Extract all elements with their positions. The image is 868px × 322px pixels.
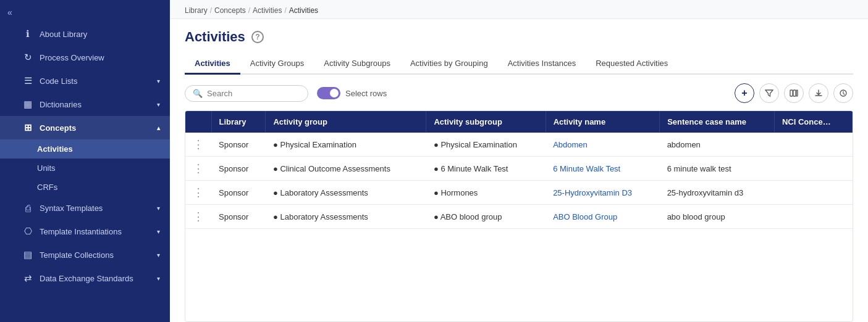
tab-requested-activities[interactable]: Requested Activities: [586, 54, 678, 75]
instantiation-icon: ⎔: [22, 226, 33, 237]
cell-activity-name[interactable]: Abdomen: [546, 133, 660, 157]
breadcrumb-sep-2: /: [248, 6, 250, 15]
cell-activity-subgroup: ● Hormones: [426, 181, 546, 205]
breadcrumb-library[interactable]: Library: [185, 6, 208, 15]
cell-nci: [774, 205, 852, 229]
sidebar-item-dictionaries[interactable]: ▦ Dictionaries ▾: [0, 93, 170, 116]
sidebar-item-data-exchange-standards[interactable]: ⇄ Data Exchange Standards ▾: [0, 266, 170, 290]
main-content: Library / Concepts / Activities / Activi…: [170, 0, 868, 322]
tabs-bar: Activities Activity Groups Activity Subg…: [185, 54, 853, 75]
sidebar-item-label: Dictionaries: [40, 100, 151, 109]
cell-sentence-case-name: 25-hydroxyvitamin d3: [660, 181, 775, 205]
download-button[interactable]: [809, 83, 828, 103]
svg-rect-1: [793, 90, 796, 96]
columns-button[interactable]: [784, 83, 804, 103]
process-icon: ↻: [22, 52, 33, 63]
activities-table: Library Activity group Activity subgroup…: [185, 111, 853, 229]
search-input[interactable]: [207, 89, 300, 98]
svg-rect-2: [796, 90, 798, 96]
sidebar-collapse-button[interactable]: «: [5, 5, 15, 20]
sidebar-sub-item-label: Activities: [37, 144, 73, 154]
sidebar-sub-item-activities[interactable]: Activities: [0, 139, 170, 159]
chevron-down-icon: ▾: [157, 78, 160, 85]
list-icon: ☰: [22, 75, 33, 86]
sidebar-item-label: Concepts: [40, 123, 151, 133]
breadcrumb-sep-1: /: [210, 6, 212, 15]
chevron-down-icon: ▾: [157, 252, 160, 258]
table-header-row: Library Activity group Activity subgroup…: [185, 111, 853, 133]
sidebar-item-label: Template Instantiations: [40, 227, 151, 236]
sidebar-item-template-collections[interactable]: ▤ Template Collections ▾: [0, 243, 170, 266]
add-button[interactable]: +: [735, 83, 754, 103]
sidebar-item-code-lists[interactable]: ☰ Code Lists ▾: [0, 69, 170, 93]
breadcrumb-sep-3: /: [284, 6, 286, 15]
page-title-row: Activities ?: [185, 29, 853, 45]
row-menu-button[interactable]: ⋮: [185, 181, 211, 205]
activity-name-link[interactable]: 6 Minute Walk Test: [553, 164, 620, 173]
search-icon: 🔍: [193, 89, 203, 98]
sidebar-item-process-overview[interactable]: ↻ Process Overview: [0, 46, 170, 69]
concepts-icon: ⊞: [22, 122, 33, 133]
history-button[interactable]: [833, 83, 853, 103]
tab-activity-subgroups[interactable]: Activity Subgroups: [314, 54, 400, 75]
sidebar-item-label: Data Exchange Standards: [40, 274, 151, 283]
cell-library: Sponsor: [211, 205, 266, 229]
cell-library: Sponsor: [211, 157, 266, 181]
tab-activity-groups[interactable]: Activity Groups: [240, 54, 314, 75]
toolbar-left: 🔍 Select rows: [185, 85, 387, 102]
chevron-down-icon: ▾: [157, 205, 160, 212]
exchange-icon: ⇄: [22, 273, 33, 284]
tab-activities-by-grouping[interactable]: Activities by Grouping: [400, 54, 498, 75]
sidebar-item-syntax-templates[interactable]: ⎙ Syntax Templates ▾: [0, 197, 170, 220]
cell-nci: [774, 157, 852, 181]
help-icon[interactable]: ?: [251, 31, 264, 43]
chevron-down-icon: ▾: [157, 228, 160, 235]
sidebar-sub-item-crfs[interactable]: CRFs: [0, 178, 170, 197]
activity-name-link[interactable]: Abdomen: [553, 140, 588, 149]
sidebar-item-label: Process Overview: [40, 53, 160, 62]
table-col-actions: [185, 111, 211, 133]
sidebar-item-about-library[interactable]: ℹ About Library: [0, 22, 170, 46]
cell-activity-name[interactable]: 25-Hydroxyvitamin D3: [546, 181, 660, 205]
row-menu-button[interactable]: ⋮: [185, 133, 211, 157]
cell-activity-group: ● Laboratory Assessments: [266, 181, 426, 205]
cell-nci: [774, 181, 852, 205]
table-col-activity-subgroup: Activity subgroup: [426, 111, 546, 133]
cell-activity-group: ● Physical Examination: [266, 133, 426, 157]
activity-name-link[interactable]: 25-Hydroxyvitamin D3: [553, 188, 632, 197]
cell-activity-name[interactable]: ABO Blood Group: [546, 205, 660, 229]
sidebar-item-template-instantiations[interactable]: ⎔ Template Instantiations ▾: [0, 220, 170, 243]
chevron-up-icon: ▴: [157, 125, 160, 131]
dictionary-icon: ▦: [22, 99, 33, 110]
select-rows-toggle[interactable]: [317, 87, 340, 99]
sidebar-item-label: Code Lists: [40, 76, 151, 86]
breadcrumb-activities-active: Activities: [289, 6, 318, 15]
row-menu-button[interactable]: ⋮: [185, 205, 211, 229]
table-row: ⋮Sponsor● Laboratory Assessments● ABO bl…: [185, 205, 853, 229]
cell-activity-subgroup: ● Physical Examination: [426, 133, 546, 157]
select-rows-label: Select rows: [345, 89, 387, 98]
tab-activities-instances[interactable]: Activities Instances: [498, 54, 586, 75]
table-col-activity-name: Activity name: [546, 111, 660, 133]
sidebar-item-label: Template Collections: [40, 250, 151, 260]
table-row: ⋮Sponsor● Physical Examination● Physical…: [185, 133, 853, 157]
table-row: ⋮Sponsor● Clinical Outcome Assessments● …: [185, 157, 853, 181]
filter-button[interactable]: [759, 83, 779, 103]
page-content: Activities ? Activities Activity Groups …: [170, 19, 868, 322]
sidebar-sub-item-units[interactable]: Units: [0, 159, 170, 178]
breadcrumb-concepts[interactable]: Concepts: [214, 6, 246, 15]
cell-activity-name[interactable]: 6 Minute Walk Test: [546, 157, 660, 181]
activities-table-wrapper[interactable]: Library Activity group Activity subgroup…: [185, 110, 853, 322]
sidebar-item-label: Syntax Templates: [40, 204, 151, 213]
row-menu-button[interactable]: ⋮: [185, 157, 211, 181]
breadcrumb-activities-link[interactable]: Activities: [253, 6, 282, 15]
tab-activities[interactable]: Activities: [185, 54, 240, 75]
syntax-icon: ⎙: [22, 203, 33, 213]
cell-sentence-case-name: abo blood group: [660, 205, 775, 229]
sidebar-item-concepts[interactable]: ⊞ Concepts ▴: [0, 116, 170, 139]
sidebar-item-label: About Library: [40, 30, 160, 39]
cell-activity-subgroup: ● ABO blood group: [426, 205, 546, 229]
activity-name-link[interactable]: ABO Blood Group: [553, 212, 617, 221]
chevron-down-icon: ▾: [157, 275, 160, 282]
cell-nci: [774, 133, 852, 157]
